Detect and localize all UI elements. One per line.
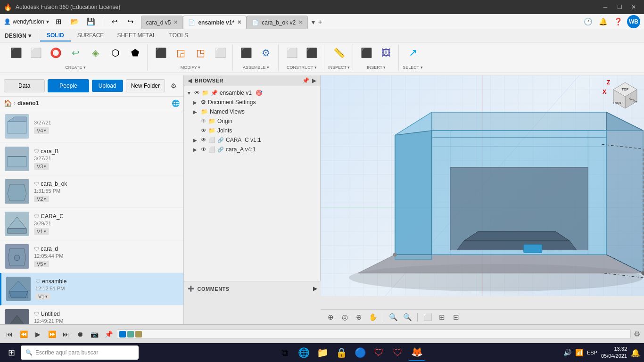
measure-btn[interactable]: 📏 (330, 42, 348, 63)
taskbar-fusion[interactable]: 🦊 (408, 344, 425, 361)
tab-surface[interactable]: SURFACE (71, 30, 111, 41)
tab-cara-b-ok-close[interactable]: ✕ (298, 19, 303, 25)
extrude-btn[interactable]: ⬜ (26, 42, 45, 63)
timeline-settings-icon[interactable]: ⚙ (634, 329, 640, 338)
file-item-cara-c[interactable]: 🛡 CARA_C 3/29/21 V1 ▾ (0, 208, 183, 240)
upload-button[interactable]: Upload (92, 80, 123, 92)
construct-midplane-btn[interactable]: ⬛ (302, 42, 321, 63)
timeline-record-btn[interactable]: ⏺ (74, 329, 86, 340)
file-item-cara-d[interactable]: 🛡 cara_d 12:05:44 PM V5 ▾ (0, 240, 183, 273)
revolve-btn[interactable]: ⭕ (46, 42, 65, 63)
timeline-pin-btn[interactable]: 📌 (103, 329, 114, 340)
taskbar-clock[interactable]: 13:32 05/04/2021 (601, 346, 627, 360)
taskbar-taskview[interactable]: ⧉ (276, 344, 293, 361)
select-tool-btn[interactable]: ↗ (404, 42, 422, 63)
tab-sheet-metal[interactable]: SHEET METAL (110, 30, 162, 41)
tab-cara-b-ok[interactable]: 📄 cara_b_ok v2 ✕ (247, 16, 308, 29)
insert-svg-btn[interactable]: 🖼 (377, 42, 396, 63)
taskbar-volume-icon[interactable]: 🔊 (563, 349, 571, 356)
tab-ensamble-close[interactable]: ✕ (237, 19, 241, 25)
redo-button[interactable]: ↪ (125, 16, 137, 28)
timeline-next-btn[interactable]: ⏩ (46, 329, 58, 340)
user-menu[interactable]: 👤 wendyfusion ▾ (4, 18, 49, 25)
notification-button[interactable]: 🔔 (597, 16, 609, 28)
taskbar-chrome[interactable]: 🔵 (352, 344, 369, 361)
joints-eye-icon[interactable]: 👁 (201, 127, 206, 134)
fillet-btn[interactable]: ◲ (171, 42, 190, 63)
rib-btn[interactable]: ⬡ (106, 42, 124, 63)
root-expand-icon[interactable]: ▼ (187, 90, 192, 96)
tab-solid[interactable]: SOLID (40, 30, 71, 41)
tab-add-icon[interactable]: ＋ (317, 18, 323, 26)
taskbar-edge[interactable]: 🌐 (295, 344, 312, 361)
zoom-fit-btn[interactable]: ⊕ (353, 311, 365, 323)
grid-apps-button[interactable]: ⊞ (53, 16, 65, 28)
shell-btn[interactable]: ⬜ (211, 42, 230, 63)
zoom-in-btn[interactable]: 🔍 (387, 311, 399, 323)
world-icon[interactable]: 🌐 (172, 99, 180, 107)
tab-cara-d-close[interactable]: ✕ (173, 19, 178, 25)
tab-ensamble[interactable]: 📄 ensamble v1* ✕ (183, 16, 247, 29)
tree-joints[interactable]: ▶ 👁 📁 Joints (184, 126, 320, 135)
timeline-camera-btn[interactable]: 📷 (89, 329, 100, 340)
browser-collapse-left[interactable]: ◀ (188, 77, 192, 84)
people-tab[interactable]: People (48, 79, 89, 92)
tree-named-views[interactable]: ▶ 📁 Named Views (184, 107, 320, 116)
origin-eye-icon[interactable]: 👁 (201, 118, 206, 124)
close-button[interactable]: ✕ (627, 0, 640, 14)
taskbar-security[interactable]: 🔒 (333, 344, 350, 361)
file-item-1[interactable]: 3/27/21 V4 ▾ (0, 110, 183, 143)
hand-btn[interactable]: ✋ (367, 311, 379, 323)
data-tab[interactable]: Data (4, 79, 45, 92)
view-mode-btn[interactable]: ⊟ (450, 311, 462, 323)
joint-btn[interactable]: ⚙ (256, 42, 275, 63)
cara-a-expand[interactable]: ▶ (193, 147, 199, 152)
web-btn[interactable]: ⬟ (125, 42, 144, 63)
loft-btn[interactable]: ◈ (86, 42, 105, 63)
cara-c-eye-icon[interactable]: 👁 (201, 137, 206, 143)
avatar[interactable]: WB (627, 15, 640, 28)
display-mode-btn[interactable]: ⬜ (421, 311, 434, 323)
press-pull-btn[interactable]: ⬛ (151, 42, 170, 63)
history-button[interactable]: 🕐 (582, 16, 594, 28)
timeline-marker-2[interactable] (127, 331, 134, 337)
cara-a-eye-icon[interactable]: 👁 (201, 146, 206, 153)
assemble-new-btn[interactable]: ⬛ (237, 42, 256, 63)
create-new-component-btn[interactable]: ⬛ (7, 42, 25, 63)
construct-plane-btn[interactable]: ⬜ (282, 42, 301, 63)
taskbar-network-icon[interactable]: 📶 (575, 349, 583, 356)
panel-settings-icon[interactable]: ⚙ (168, 80, 180, 91)
tab-cara-d[interactable]: cara_d v5 ✕ (141, 16, 183, 29)
3d-viewport[interactable]: TOP RIGHT FRONT Z X (321, 75, 644, 296)
tree-cara-c[interactable]: ▶ 👁 ⬜ 🔗 CARA_C v1:1 (184, 135, 320, 145)
home-icon[interactable]: 🏠 (4, 99, 12, 107)
taskbar-antivirus[interactable]: 🛡 (389, 344, 406, 361)
tree-origin[interactable]: ▶ 👁 📁 Origin (184, 116, 320, 126)
taskbar-notification-icon[interactable]: 🔔 (631, 348, 640, 357)
new-folder-button[interactable]: New Folder (126, 79, 165, 92)
minimize-button[interactable]: ─ (599, 0, 612, 14)
browser-collapse-right[interactable]: ▶ (312, 77, 316, 84)
file-item-ensamble[interactable]: 🛡 ensamble 12:12:51 PM V1 ▾ (0, 273, 183, 305)
design-dropdown[interactable]: DESIGN ▾ (0, 31, 36, 41)
grid-btn[interactable]: ⊞ (436, 311, 448, 323)
timeline-first-btn[interactable]: ⏮ (4, 329, 15, 340)
browser-pin-icon[interactable]: 📌 (302, 77, 309, 84)
doc-settings-expand[interactable]: ▶ (193, 100, 199, 105)
insert-mesh-btn[interactable]: ⬛ (357, 42, 376, 63)
save-button[interactable]: 💾 (85, 16, 97, 28)
tab-tools[interactable]: TOOLS (163, 30, 195, 41)
root-eye-icon[interactable]: 👁 (194, 90, 200, 96)
start-button[interactable]: ⊞ (4, 345, 19, 360)
timeline-track[interactable] (117, 329, 631, 339)
timeline-marker-3[interactable] (135, 331, 142, 337)
tree-doc-settings[interactable]: ▶ ⚙ Document Settings (184, 98, 320, 107)
timeline-marker-1[interactable] (119, 331, 126, 337)
open-button[interactable]: 📂 (69, 16, 81, 28)
timeline-last-btn[interactable]: ⏭ (60, 329, 72, 340)
taskbar-search[interactable]: 🔍 Escribe aquí para buscar (21, 346, 139, 360)
nav-cube[interactable]: TOP RIGHT FRONT (611, 80, 639, 108)
tree-root-item[interactable]: ▼ 👁 📁 📌 ensamble v1 🎯 (184, 88, 320, 98)
tab-dropdown-icon[interactable]: ▾ (312, 18, 315, 26)
look-at-btn[interactable]: ◎ (339, 311, 351, 323)
